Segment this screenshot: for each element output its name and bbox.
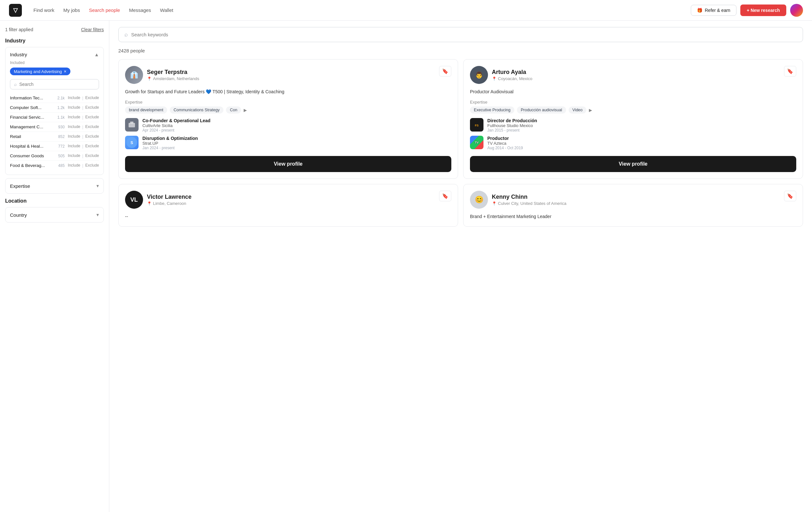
expertise-section: Expertise brand development Communicatio…	[125, 100, 451, 114]
person-details: Victor Lawrence 📍 Limbe, Cameroon	[147, 194, 192, 206]
work-entry: FS Director de Producción Fullhouse Stud…	[470, 118, 796, 133]
nav-links: Find work My jobs Search people Messages…	[33, 7, 173, 13]
new-research-button[interactable]: + New research	[740, 4, 786, 16]
industry-list: Information Tec... 2.1k Include | Exclud…	[10, 93, 99, 170]
person-bio: Brand + Entertainment Marketing Leader	[470, 213, 796, 220]
active-industry-tag: Marketing and Advertising ×	[10, 67, 70, 75]
results-count: 2428 people	[118, 48, 803, 53]
bookmark-button[interactable]: 🔖	[439, 66, 451, 77]
clear-filters-button[interactable]: Clear filters	[81, 27, 104, 32]
work-info: Disruption & Optimization Strat.UP Jan 2…	[142, 136, 198, 150]
include-button[interactable]: Include	[68, 95, 80, 100]
keyword-search-input[interactable]	[131, 32, 797, 37]
chevron-down-icon: ▾	[96, 212, 99, 218]
include-button[interactable]: Include	[68, 124, 80, 129]
location-pin-icon: 📍	[492, 77, 497, 81]
nav-wallet[interactable]: Wallet	[160, 7, 173, 13]
person-card-1: 👔 Seger Terpstra 📍 Amsterdam, Netherland…	[118, 59, 458, 179]
nav-find-work[interactable]: Find work	[33, 7, 54, 13]
card-header: 👔 Seger Terpstra 📍 Amsterdam, Netherland…	[125, 66, 451, 84]
expertise-tag: Producción audiovisual	[517, 107, 566, 114]
refer-earn-button[interactable]: 🎁 Refer & earn	[691, 5, 736, 16]
person-location: 📍 Coyoacán, Mexico	[492, 76, 532, 81]
work-logo: TV	[470, 136, 484, 149]
industry-search-input[interactable]	[19, 82, 95, 87]
remove-tag-button[interactable]: ×	[64, 69, 66, 74]
card-person-info: 👨 Arturo Ayala 📍 Coyoacán, Mexico	[470, 66, 532, 84]
include-button[interactable]: Include	[68, 115, 80, 120]
exclude-button[interactable]: Exclude	[85, 105, 99, 110]
view-profile-button[interactable]: View profile	[470, 156, 796, 172]
nav-search-people[interactable]: Search people	[89, 7, 120, 13]
chevron-up-icon: ▲	[94, 52, 99, 57]
logo[interactable]: ▽	[9, 4, 22, 17]
person-name: Arturo Ayala	[492, 69, 532, 76]
navbar-left: ▽ Find work My jobs Search people Messag…	[9, 4, 173, 17]
navbar: ▽ Find work My jobs Search people Messag…	[0, 0, 812, 21]
exclude-button[interactable]: Exclude	[85, 153, 99, 158]
list-item: Food & Beverag... 485 Include | Exclude	[10, 161, 99, 170]
work-logo: FS	[470, 118, 484, 132]
person-bio: --	[125, 213, 451, 220]
exclude-button[interactable]: Exclude	[85, 134, 99, 139]
person-name: Victor Lawrence	[147, 194, 192, 200]
expertise-filter-card: Expertise ▾	[5, 178, 104, 194]
nav-messages[interactable]: Messages	[129, 7, 151, 13]
card-header: 😊 Kenny Chinn 📍 Culver City, United Stat…	[470, 191, 796, 209]
work-logo	[125, 118, 139, 132]
expertise-tag: Executive Producing	[470, 107, 514, 114]
person-bio: Productor Audiovisual	[470, 88, 796, 95]
expertise-tag: brand development	[125, 107, 167, 114]
list-item: Management C... 930 Include | Exclude	[10, 122, 99, 132]
person-bio: Growth for Startups and Future Leaders 💙…	[125, 88, 451, 95]
exclude-button[interactable]: Exclude	[85, 163, 99, 168]
work-entry: Co-Founder & Operational Lead CultivArte…	[125, 118, 451, 133]
exclude-button[interactable]: Exclude	[85, 115, 99, 120]
svg-rect-1	[130, 121, 134, 123]
bookmark-button[interactable]: 🔖	[439, 191, 451, 201]
person-name: Seger Terpstra	[147, 69, 199, 76]
work-logo: S	[125, 136, 139, 149]
list-item: Retail 852 Include | Exclude	[10, 132, 99, 142]
nav-my-jobs[interactable]: My jobs	[63, 7, 80, 13]
country-filter-header[interactable]: Country ▾	[10, 212, 99, 218]
exclude-button[interactable]: Exclude	[85, 95, 99, 100]
people-grid: 👔 Seger Terpstra 📍 Amsterdam, Netherland…	[118, 59, 803, 227]
list-item: Hospital & Heal... 772 Include | Exclude	[10, 142, 99, 151]
navbar-right: 🎁 Refer & earn + New research	[691, 4, 803, 17]
person-avatar: 👔	[125, 66, 143, 84]
expertise-tags: brand development Communications Strateg…	[125, 107, 451, 114]
filter-header: 1 filter applied Clear filters	[5, 27, 104, 32]
person-details: Arturo Ayala 📍 Coyoacán, Mexico	[492, 69, 532, 81]
list-item: Financial Servic... 1.1k Include | Exclu…	[10, 113, 99, 122]
avatar[interactable]	[790, 4, 803, 17]
exclude-button[interactable]: Exclude	[85, 144, 99, 149]
bookmark-button[interactable]: 🔖	[784, 191, 796, 201]
include-button[interactable]: Include	[68, 105, 80, 110]
more-tags-button[interactable]: ▶	[589, 108, 592, 113]
keyword-search-bar: ⌕	[118, 27, 803, 42]
include-button[interactable]: Include	[68, 153, 80, 158]
expertise-filter-header[interactable]: Expertise ▾	[10, 183, 99, 189]
include-button[interactable]: Include	[68, 134, 80, 139]
include-button[interactable]: Include	[68, 144, 80, 149]
view-profile-button[interactable]: View profile	[125, 156, 451, 172]
work-entries: FS Director de Producción Fullhouse Stud…	[470, 118, 796, 150]
expertise-tag: Communications Strategy	[170, 107, 224, 114]
included-label: Included	[10, 60, 99, 65]
filter-applied-count: 1 filter applied	[5, 27, 33, 32]
card-person-info: 👔 Seger Terpstra 📍 Amsterdam, Netherland…	[125, 66, 199, 84]
card-header: 👨 Arturo Ayala 📍 Coyoacán, Mexico 🔖	[470, 66, 796, 84]
card-person-info: 😊 Kenny Chinn 📍 Culver City, United Stat…	[470, 191, 567, 209]
more-tags-button[interactable]: ▶	[244, 108, 247, 113]
list-item: Consumer Goods 505 Include | Exclude	[10, 151, 99, 161]
industry-filter-header[interactable]: Industry ▲	[10, 52, 99, 57]
location-pin-icon: 📍	[492, 201, 497, 206]
person-avatar: 😊	[470, 191, 488, 209]
industry-filter-card: Industry ▲ Included Marketing and Advert…	[5, 47, 104, 175]
include-button[interactable]: Include	[68, 163, 80, 168]
bookmark-button[interactable]: 🔖	[784, 66, 796, 77]
svg-text:S: S	[130, 141, 133, 145]
exclude-button[interactable]: Exclude	[85, 124, 99, 129]
person-location: 📍 Amsterdam, Netherlands	[147, 76, 199, 81]
